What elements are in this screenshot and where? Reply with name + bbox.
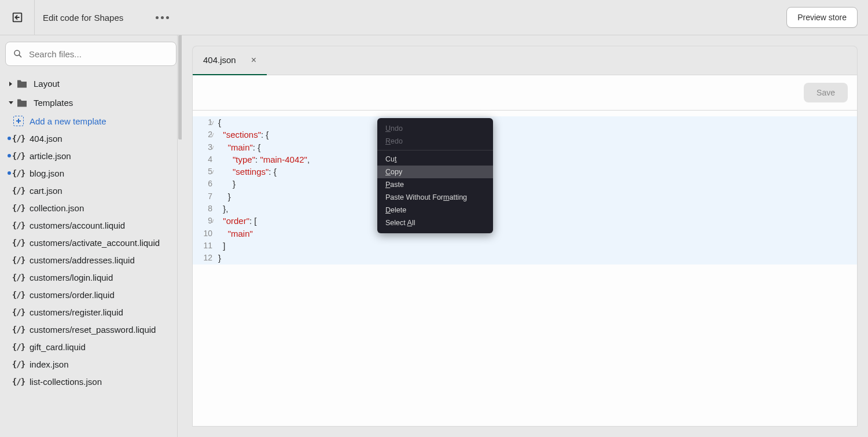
page-title: Edit code for Shapes [35,13,123,23]
editor-toolbar: Save [192,75,858,110]
file-label: customers/reset_password.liquid [30,325,156,335]
ctx-cut[interactable]: Cut [377,153,493,166]
context-menu: Undo Redo Cut Copy Paste Paste Without F… [377,118,493,233]
tab-label: 404.json [203,55,236,65]
editor-tabs: 404.json × [192,46,858,75]
braces-icon: {/} [12,272,25,282]
tab-close-icon[interactable]: × [251,55,256,65]
file-label: index.json [30,359,69,369]
folder-icon [16,98,28,108]
braces-icon: {/} [12,255,25,265]
search-wrap[interactable] [5,42,176,66]
ctx-paste-without-formatting[interactable]: Paste Without Formatting [377,191,493,204]
file-label: article.json [30,151,71,161]
braces-icon: {/} [12,150,25,161]
search-icon [13,49,23,59]
file-item[interactable]: {/}customers/reset_password.liquid [12,321,176,338]
file-item[interactable]: {/}list-collections.json [12,373,176,390]
ctx-copy[interactable]: Copy [377,166,493,178]
braces-icon: {/} [12,168,25,178]
file-item[interactable]: {/}index.json [12,355,176,373]
folder-layout[interactable]: Layout [5,74,176,93]
tab-404-json[interactable]: 404.json × [193,46,267,75]
topbar: Edit code for Shapes Preview store [0,0,868,35]
folder-templates[interactable]: Templates [5,93,176,112]
file-item[interactable]: {/}cart.json [12,182,176,199]
more-actions-button[interactable] [151,0,174,35]
file-item[interactable]: {/}customers/order.liquid [12,286,176,303]
editor-area: 404.json × Save 123456789101112 vvvvv { … [182,35,868,437]
back-button[interactable] [0,0,35,35]
file-label: 404.json [30,134,62,144]
file-item[interactable]: {/}customers/activate_account.liquid [12,234,176,251]
file-label: customers/register.liquid [30,307,123,317]
folder-label: Templates [34,98,73,108]
braces-icon: {/} [12,289,25,300]
ctx-delete[interactable]: Delete [377,204,493,216]
collapse-icon [8,81,14,87]
file-item[interactable]: {/}404.json [12,130,176,147]
file-item[interactable]: {/}collection.json [12,199,176,216]
ctx-paste[interactable]: Paste [377,178,493,191]
braces-icon: {/} [12,133,25,144]
braces-icon: {/} [12,307,25,317]
braces-icon: {/} [12,359,25,369]
braces-icon: {/} [12,376,25,387]
expand-icon [8,100,14,106]
ctx-separator [377,150,493,150]
add-template-label: Add a new template [30,116,106,126]
search-input[interactable] [29,49,169,59]
modified-dot-icon [8,154,11,157]
ctx-undo: Undo [377,122,493,135]
file-label: blog.json [30,168,64,178]
exit-icon [11,11,24,24]
code-editor[interactable]: 123456789101112 vvvvv { "sections": { "m… [192,110,858,427]
file-label: customers/order.liquid [30,290,115,300]
file-label: gift_card.liquid [30,342,86,352]
file-sidebar: Layout Templates Add a new template {/}4… [0,35,182,437]
svg-point-1 [14,50,20,56]
modified-dot-icon [8,171,11,175]
code-content[interactable]: { "sections": { "main": { "type": "main-… [217,116,857,265]
file-item[interactable]: {/}customers/register.liquid [12,303,176,321]
save-button[interactable]: Save [804,83,848,102]
add-template-button[interactable]: Add a new template [12,112,176,130]
folder-icon [16,79,28,89]
file-item[interactable]: {/}blog.json [12,164,176,182]
more-icon [156,16,169,19]
ctx-redo: Redo [377,135,493,148]
braces-icon: {/} [12,237,25,248]
file-label: customers/login.liquid [30,273,113,282]
file-item[interactable]: {/}article.json [12,147,176,164]
modified-dot-icon [8,137,11,140]
file-label: collection.json [30,203,84,213]
file-item[interactable]: {/}gift_card.liquid [12,338,176,355]
braces-icon: {/} [12,324,25,335]
fold-gutter: vvvvv [209,116,216,265]
ctx-select-all[interactable]: Select All [377,216,493,229]
file-label: cart.json [30,186,62,196]
braces-icon: {/} [12,203,25,213]
preview-store-button[interactable]: Preview store [786,7,858,28]
file-list: Add a new template {/}404.json{/}article… [5,112,176,390]
file-item[interactable]: {/}customers/addresses.liquid [12,251,176,269]
sidebar-scrollbar[interactable] [177,35,182,437]
file-item[interactable]: {/}customers/account.liquid [12,216,176,234]
braces-icon: {/} [12,185,25,196]
folder-label: Layout [34,79,60,89]
file-label: list-collections.json [30,377,102,387]
file-label: customers/activate_account.liquid [30,238,160,248]
braces-icon: {/} [12,220,25,230]
file-item[interactable]: {/}customers/login.liquid [12,269,176,286]
add-icon [12,116,25,126]
file-label: customers/addresses.liquid [30,255,135,265]
braces-icon: {/} [12,341,25,352]
file-label: customers/account.liquid [30,221,125,230]
